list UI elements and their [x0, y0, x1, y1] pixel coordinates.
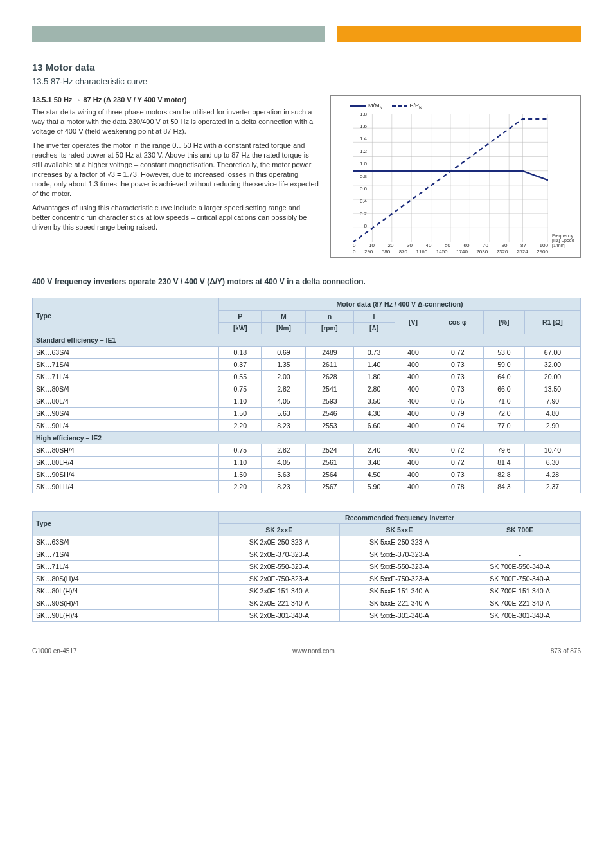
cell: SK…63S/4 [33, 346, 219, 358]
cell: 4.30 [353, 407, 395, 419]
cell: SK 5xxE-301-340-A [339, 609, 459, 621]
cell: 400 [395, 358, 432, 370]
xtick: 2030 [476, 249, 488, 255]
ytick: 1.4 [353, 136, 367, 141]
cell: SK 700E-750-340-A [459, 572, 581, 584]
cell: 8.23 [262, 480, 306, 493]
ytick: 0.4 [353, 198, 367, 204]
cell: 1.50 [219, 468, 262, 480]
table-row: SK…80L/41.104.0525933.504000.7571.07.90 [33, 395, 581, 407]
th: R1 [Ω] [524, 310, 580, 334]
cell: 2564 [306, 468, 353, 480]
para-2: The inverter operates the motor in the r… [32, 141, 319, 198]
cell: 1.80 [353, 370, 395, 383]
cell: 0.78 [432, 480, 483, 493]
cell: SK 2x0E-370-323-A [219, 548, 340, 560]
ytick: 0.8 [353, 174, 367, 179]
cell: 2489 [306, 346, 353, 358]
xtick: 80 [502, 242, 508, 248]
cell: 4.05 [262, 395, 306, 407]
cell: 0.73 [432, 383, 483, 395]
xtick: 870 [399, 249, 407, 255]
cell: 0.69 [262, 346, 306, 358]
cell: 0.73 [432, 358, 483, 370]
xtick: 100 [540, 242, 548, 248]
legend-solid-label: M/MN [368, 102, 383, 110]
legend-m: M/MN [350, 102, 383, 110]
cell: 0.75 [219, 444, 262, 456]
xtick: 60 [464, 242, 470, 248]
cell: 84.3 [483, 480, 524, 493]
cell: 400 [395, 468, 432, 480]
cell: SK…80LH/4 [33, 456, 219, 468]
legend-dash-label: P/PN [410, 102, 423, 110]
cell: 1.10 [219, 395, 262, 407]
cell: SK 700E-550-340-A [459, 560, 581, 572]
cell: 0.75 [432, 395, 483, 407]
cell: SK…90S/4 [33, 407, 219, 419]
cell: 2561 [306, 456, 353, 468]
cell: 400 [395, 346, 432, 358]
ytick: 0 [353, 223, 367, 229]
table-row: SK…90L(H)/4SK 2x0E-301-340-ASK 5xxE-301-… [33, 609, 581, 621]
cell: 64.0 [483, 370, 524, 383]
table-row: SK…90SH/41.505.6325644.504000.7382.84.28 [33, 468, 581, 480]
cell: 2.20 [219, 480, 262, 493]
cell: SK 2x0E-301-340-A [219, 609, 340, 621]
legend-solid-line [350, 105, 366, 107]
heading-1: 13 Motor data [32, 62, 581, 73]
cell: - [459, 548, 581, 560]
xtick: 70 [483, 242, 488, 248]
cell: 0.72 [432, 346, 483, 358]
heading-2: 13.5 87-Hz characteristic curve [32, 77, 581, 86]
xtick: 0 [353, 249, 355, 255]
cell: 4.05 [262, 456, 306, 468]
cell: SK…71S/4 [33, 358, 219, 370]
cell: 2.37 [524, 480, 580, 493]
cell: SK…80S(H)/4 [33, 572, 219, 584]
cell: SK…90LH/4 [33, 480, 219, 493]
xtick: 290 [364, 249, 373, 255]
ytick: 0.2 [353, 211, 367, 217]
cell: 400 [395, 370, 432, 383]
banner-orange [337, 26, 581, 42]
cell: SK 5xxE-151-340-A [339, 584, 459, 597]
chart-legend: M/MN P/PN [350, 102, 575, 110]
table-row: SK…90S/41.505.6325464.304000.7972.04.80 [33, 407, 581, 419]
th: SK 2xxE [219, 523, 340, 536]
cell: 66.0 [483, 383, 524, 395]
cell: 0.18 [219, 346, 262, 358]
cell: 2546 [306, 407, 353, 419]
footer: G1000 en-4517 www.nord.com 873 of 876 [32, 647, 581, 655]
cell: SK 2x0E-550-323-A [219, 560, 340, 572]
cell: 20.00 [524, 370, 580, 383]
cell: 2.80 [353, 383, 395, 395]
cell: 10.40 [524, 444, 580, 456]
cell: 400 [395, 480, 432, 493]
cell: 0.37 [219, 358, 262, 370]
th-type: Type [33, 298, 219, 334]
table-row: SK…71S/4SK 2x0E-370-323-ASK 5xxE-370-323… [33, 548, 581, 560]
cell: 77.0 [483, 419, 524, 431]
th: cos φ [432, 310, 483, 334]
ytick: 1.8 [353, 111, 367, 117]
table-row: SK…80S(H)/4SK 2x0E-750-323-ASK 5xxE-750-… [33, 572, 581, 584]
banner-teal [32, 26, 325, 42]
subheading: 13.5.1 50 Hz → 87 Hz (Δ 230 V / Y 400 V … [32, 95, 319, 105]
cell: 2.20 [219, 419, 262, 431]
cell: 400 [395, 395, 432, 407]
cell: SK 5xxE-221-340-A [339, 597, 459, 609]
cell: 2567 [306, 480, 353, 493]
cell: 0.72 [432, 444, 483, 456]
cell: 5.90 [353, 480, 395, 493]
table-row: SK…71L/4SK 2x0E-550-323-ASK 5xxE-550-323… [33, 560, 581, 572]
cell: SK 5xxE-550-323-A [339, 560, 459, 572]
chart-box: M/MN P/PN 1.8 1.6 1.4 1.2 1.0 0.8 0.6 0.… [330, 95, 581, 258]
cell: 8.23 [262, 419, 306, 431]
xtick: 40 [426, 242, 432, 248]
xtick: 2524 [517, 249, 528, 255]
ytick: 1.2 [353, 149, 367, 154]
header-banner [32, 26, 581, 42]
cell: SK…90S(H)/4 [33, 597, 219, 609]
cell: SK 700E-301-340-A [459, 609, 581, 621]
